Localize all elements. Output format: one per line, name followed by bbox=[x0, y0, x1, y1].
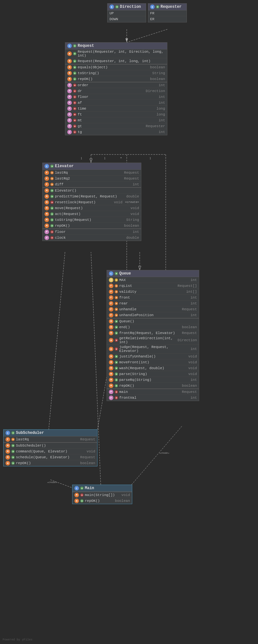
queue-wash-vis: ● bbox=[115, 367, 118, 370]
queue-validity-label: validity bbox=[119, 290, 185, 294]
request-af-label: af bbox=[78, 101, 157, 105]
request-gt-label: gt bbox=[78, 124, 145, 128]
requester-er-label: ER bbox=[150, 17, 185, 21]
request-gt-icon: P bbox=[67, 124, 72, 128]
request-mt-type: int bbox=[159, 118, 165, 122]
subscheduler-repok-row: M ● repOK() boolean bbox=[4, 460, 97, 466]
queue-parserq-row: M ● parseRq(String) int bbox=[107, 377, 199, 383]
request-field-mt: P ● mt int bbox=[65, 117, 167, 123]
elevator-tostring-icon: M bbox=[45, 218, 49, 222]
queue-constructor-label: Queue() bbox=[119, 319, 197, 323]
elevator-resetclock-type: void bbox=[114, 200, 122, 204]
queue-front-type: int bbox=[190, 296, 197, 300]
subscheduler-repok-icon: M bbox=[6, 461, 10, 465]
request-order-vis: ● bbox=[73, 84, 76, 87]
elevator-clock-label: clock bbox=[55, 236, 125, 240]
queue-max-type: int bbox=[190, 278, 197, 282]
request-floor-vis: ● bbox=[73, 95, 76, 99]
request-ft-label: ft bbox=[78, 113, 155, 116]
elevator-floor-type: int bbox=[133, 230, 139, 234]
queue-end-vis: ● bbox=[115, 326, 118, 329]
queue-front-vis: ● bbox=[115, 296, 118, 299]
queue-header: C ● Queue bbox=[107, 270, 199, 277]
elevator-clock-icon: P bbox=[45, 235, 49, 240]
subscheduler-schedule-type: Request bbox=[80, 455, 95, 459]
direction-up-label: UP bbox=[110, 11, 144, 15]
queue-main-type: Request bbox=[182, 390, 197, 394]
request-box: C ● Request M ● Request(Requester, int, … bbox=[65, 42, 167, 135]
elevator-move-row: M ● move(Request) void bbox=[43, 205, 141, 211]
queue-frontrq-label: frontRq(Request, Elevator) bbox=[119, 331, 181, 335]
elevator-lastrq2-icon: F bbox=[45, 176, 49, 181]
queue-end-label: end() bbox=[119, 325, 181, 329]
requester-row-fr: FR bbox=[148, 10, 187, 16]
elevator-predicttime-row: M ● predictTime(Request, Request) double bbox=[43, 194, 141, 199]
queue-parserq-vis: ● bbox=[115, 378, 118, 382]
request-equals-label: equals(Object) bbox=[78, 65, 149, 69]
request-tg-type: int bbox=[159, 130, 165, 134]
svg-line-13 bbox=[97, 374, 107, 429]
queue-movefront-label: moveFront(int) bbox=[119, 360, 187, 364]
request-order-type: int bbox=[159, 83, 165, 87]
queue-validity-type: int[] bbox=[186, 290, 197, 294]
subscheduler-command-vis: ● bbox=[11, 450, 15, 453]
request-m2-icon: M bbox=[67, 59, 72, 63]
queue-front-icon: F bbox=[109, 295, 113, 300]
elevator-diff-vis: ● bbox=[50, 183, 54, 186]
queue-wash-label: wash(Request, double) bbox=[119, 366, 187, 370]
elevator-diff-type: int bbox=[133, 182, 139, 186]
request-dr-label: dr bbox=[78, 89, 145, 93]
subscheduler-title: SubScheduler bbox=[16, 431, 44, 435]
elevator-predicttime-vis: ● bbox=[50, 195, 54, 198]
elevator-floor-icon: P bbox=[45, 230, 49, 234]
elevator-lastrq-vis: ● bbox=[50, 171, 54, 174]
subscheduler-vis-icon: ● bbox=[11, 431, 15, 435]
queue-frontval-type: int bbox=[190, 396, 197, 400]
queue-rqlist-row: F ● rqList Request[] bbox=[107, 283, 199, 289]
request-m1-label: Request(Requester, int, Direction, long,… bbox=[78, 50, 165, 58]
queue-getreldir-type: Direction bbox=[178, 338, 197, 342]
queue-main-vis: ● bbox=[115, 390, 118, 394]
request-ft-icon: P bbox=[67, 112, 72, 117]
elevator-constructor-vis: ● bbox=[50, 189, 54, 192]
request-equals-icon: M bbox=[67, 65, 72, 70]
queue-repok-type: boolean bbox=[182, 384, 197, 388]
queue-parserq-type: int bbox=[190, 378, 197, 382]
queue-max-icon: I bbox=[109, 278, 113, 282]
subscheduler-repok-vis: ● bbox=[11, 462, 15, 465]
elevator-constructor-row: M ● Elevator() bbox=[43, 188, 141, 194]
elevator-title: Elevator bbox=[55, 164, 74, 168]
queue-validity-vis: ● bbox=[115, 290, 118, 293]
elevator-lastrq2-type: Request bbox=[124, 177, 139, 181]
queue-judge-label: judge(Request, Request, Elevator) bbox=[119, 345, 189, 353]
direction-vis-icon: ● bbox=[115, 5, 119, 8]
subscheduler-constructor-icon: M bbox=[6, 443, 10, 448]
request-field-order: P ● order int bbox=[65, 82, 167, 88]
request-floor-icon: P bbox=[67, 95, 72, 99]
request-m1-icon: M bbox=[67, 51, 72, 56]
direction-box: E ● Direction UP DOWN bbox=[107, 3, 146, 22]
subscheduler-schedule-icon: M bbox=[6, 455, 10, 460]
queue-parserq-icon: M bbox=[109, 378, 113, 382]
elevator-constructor-icon: M bbox=[45, 188, 49, 193]
queue-justifyunhandle-label: justifyUnhandle() bbox=[119, 355, 187, 358]
queue-max-label: MAX bbox=[119, 278, 189, 282]
direction-row-down: DOWN bbox=[108, 16, 146, 22]
main-repok-label: repOK() bbox=[85, 499, 114, 503]
queue-parse-row: M ● parse(String) void bbox=[107, 371, 199, 377]
subscheduler-box: C ● SubScheduler F ● lastRq Request M ● … bbox=[3, 429, 97, 466]
subscheduler-type-icon: C bbox=[6, 431, 10, 435]
request-tostring-vis: ● bbox=[73, 72, 76, 75]
subscheduler-command-label: command(Queue, Elevator) bbox=[16, 449, 85, 453]
queue-repok-icon: M bbox=[109, 383, 113, 388]
elevator-create-stereotype: «create» bbox=[125, 201, 139, 204]
queue-frontrq-type: Request bbox=[182, 331, 197, 335]
elevator-act-row: M ● act(Request) void bbox=[43, 211, 141, 217]
request-field-dr: P ● dr Direction bbox=[65, 88, 167, 94]
elevator-act-label: act(Request) bbox=[55, 212, 129, 216]
svg-line-12 bbox=[49, 252, 65, 429]
request-constructor2: M ● Request(Requester, int, long, int) bbox=[65, 58, 167, 64]
queue-max-row: I ● MAX int bbox=[107, 277, 199, 283]
request-af-type: int bbox=[159, 101, 165, 105]
elevator-box: C ● Elevator F ● lastRq Request F ● last… bbox=[42, 163, 141, 241]
